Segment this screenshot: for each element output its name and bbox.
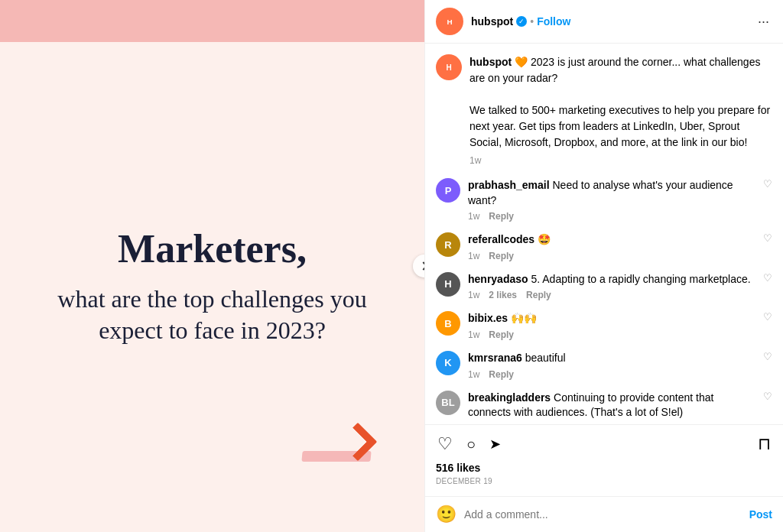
comment-avatar-initial: P	[445, 185, 452, 196]
comment-heart-icon: ♡	[763, 272, 772, 284]
caption-hubspot-icon: H	[441, 60, 456, 75]
caption-text-line1: 2023 is just around the corner... what c…	[469, 56, 760, 84]
comment-item: BL breakingladders Continuing to provide…	[436, 391, 772, 423]
comment-text: referallcodes 🤩	[468, 232, 755, 248]
caption-body: hubspot 🧡 2023 is just around the corner…	[469, 54, 772, 166]
post-date: DECEMBER 19	[436, 477, 772, 485]
caption-time: 1w	[469, 155, 772, 166]
comment-meta: 1w 2 likes Reply	[468, 290, 755, 300]
comment-username[interactable]: henryadaso	[468, 273, 528, 285]
comment-text: kmrsrana6 beautiful	[468, 351, 755, 366]
comment-time: 1w	[468, 329, 479, 340]
like-button[interactable]: ♡	[436, 433, 454, 456]
comment-item: K kmrsrana6 beautiful 1w Reply ♡	[436, 351, 772, 380]
comment-heart-icon: ♡	[763, 391, 772, 402]
post-image-panel: Marketers, what are the top challenges y…	[0, 0, 424, 532]
comment-avatar: H	[436, 272, 460, 297]
comment-body: referallcodes 🤩 1w Reply	[468, 232, 755, 261]
comment-body: kmrsrana6 beautiful 1w Reply	[468, 351, 755, 380]
emoji-button[interactable]: 🙂	[436, 504, 456, 524]
comment-avatar-initial: B	[444, 318, 451, 329]
comment-meta: 1w Reply	[468, 251, 755, 261]
actions-bar: ♡ ○ ➤ ⊓ 516 likes DECEMBER 19	[425, 424, 783, 496]
reply-button[interactable]: Reply	[489, 251, 514, 261]
header-username[interactable]: hubspot	[471, 15, 513, 28]
comment-like-button[interactable]: ♡	[763, 178, 772, 190]
comment-time: 1w	[468, 290, 479, 300]
caption-text: hubspot 🧡 2023 is just around the corner…	[469, 54, 772, 151]
comment-item: P prabhash_email Need to analyse what's …	[436, 178, 772, 222]
post-comment-button[interactable]: Post	[749, 508, 772, 521]
account-avatar[interactable]: H	[436, 8, 463, 35]
comment-avatar: B	[436, 311, 460, 336]
comment-time: 1w	[468, 211, 479, 222]
post-header: H hubspot ✓ • Follow ···	[425, 0, 783, 44]
comment-avatar: R	[436, 232, 460, 257]
comment-time: 1w	[468, 251, 479, 261]
comment-like-button[interactable]: ♡	[763, 351, 772, 362]
svg-text:H: H	[447, 18, 452, 26]
comment-meta: 1w Reply	[468, 329, 755, 340]
comment-like-button[interactable]: ♡	[763, 232, 772, 244]
comment-body: bibix.es 🙌🙌 1w Reply	[468, 311, 755, 340]
reply-button[interactable]: Reply	[489, 329, 514, 340]
comment-avatar-initial: H	[444, 278, 451, 290]
comment-avatar: BL	[436, 391, 460, 415]
caption-username[interactable]: hubspot	[469, 56, 512, 68]
comment-heart-icon: ♡	[763, 232, 772, 244]
comment-item: R referallcodes 🤩 1w Reply ♡	[436, 232, 772, 261]
comment-avatar: P	[436, 178, 460, 203]
comment-text: breakingladders Continuing to provide co…	[468, 391, 755, 420]
heart-icon: ♡	[437, 434, 453, 454]
comment-text: henryadaso 5. Adapting to a rapidly chan…	[468, 272, 755, 287]
comment-like-button[interactable]: ♡	[763, 391, 772, 402]
comment-like-button[interactable]: ♡	[763, 311, 772, 323]
reply-button[interactable]: Reply	[489, 369, 514, 380]
reply-button[interactable]: Reply	[489, 211, 514, 222]
comment-body: breakingladders Continuing to provide co…	[468, 391, 755, 423]
comment-avatar-initial: BL	[441, 397, 454, 408]
post-image-top-bar	[0, 0, 424, 42]
comment-like-button[interactable]: ♡	[763, 272, 772, 284]
comment-heart-icon: ♡	[763, 351, 772, 362]
more-options-button[interactable]: ···	[755, 14, 772, 30]
dot-separator: •	[530, 15, 534, 28]
comment-avatar-initial: R	[444, 239, 451, 251]
comment-likes: 2 likes	[489, 290, 517, 300]
arrow-chevron	[336, 420, 379, 462]
caption-emoji: 🧡	[515, 56, 528, 68]
username-row: hubspot ✓ • Follow	[471, 15, 755, 28]
comment-meta: 1w Reply	[468, 211, 755, 222]
comment-input[interactable]	[464, 508, 742, 521]
comment-avatar-initial: K	[444, 357, 451, 368]
bookmark-button[interactable]: ⊓	[756, 433, 772, 456]
comment-item: B bibix.es 🙌🙌 1w Reply ♡	[436, 311, 772, 340]
comments-section: H hubspot 🧡 2023 is just around the corn…	[425, 44, 783, 424]
comment-text: prabhash_email Need to analyse what's yo…	[468, 178, 755, 208]
post-image-arrow	[310, 417, 379, 471]
header-info: hubspot ✓ • Follow	[471, 15, 755, 28]
comment-item: H henryadaso 5. Adapting to a rapidly ch…	[436, 272, 772, 301]
caption-avatar: H	[436, 54, 462, 80]
share-button[interactable]: ➤	[488, 434, 502, 454]
comment-username[interactable]: kmrsrana6	[468, 352, 522, 364]
comment-button[interactable]: ○	[465, 434, 477, 455]
post-image-headline: Marketers,	[118, 227, 307, 271]
comment-body: henryadaso 5. Adapting to a rapidly chan…	[468, 272, 755, 301]
right-panel: H hubspot ✓ • Follow ··· H hubspot	[424, 0, 783, 532]
comments-container: P prabhash_email Need to analyse what's …	[436, 178, 772, 423]
likes-count: 516 likes	[436, 462, 772, 474]
follow-button[interactable]: Follow	[537, 15, 570, 28]
hubspot-logo-icon: H	[441, 13, 458, 30]
comment-text: bibix.es 🙌🙌	[468, 311, 755, 326]
comment-username[interactable]: breakingladders	[468, 391, 551, 404]
add-comment-bar: 🙂 Post	[425, 496, 783, 532]
comment-username[interactable]: referallcodes	[468, 233, 534, 245]
post-image-subtext: what are the top challenges you expect t…	[31, 284, 394, 347]
comment-username[interactable]: prabhash_email	[468, 179, 550, 191]
comment-icon: ○	[466, 436, 476, 453]
reply-button[interactable]: Reply	[526, 290, 551, 300]
comment-username[interactable]: bibix.es	[468, 312, 508, 324]
comment-heart-icon: ♡	[763, 178, 772, 190]
next-slide-icon	[419, 261, 424, 270]
